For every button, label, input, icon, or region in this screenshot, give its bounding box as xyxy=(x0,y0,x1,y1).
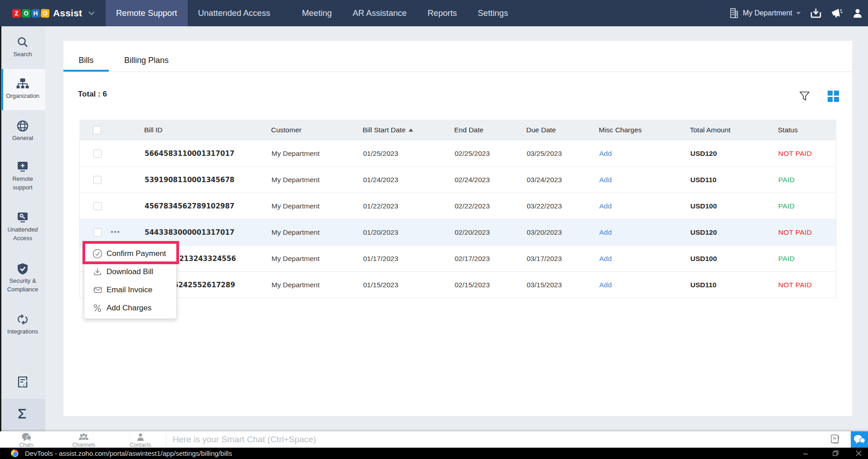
status-badge: NOT PAID xyxy=(778,219,812,245)
nav-item-unattended-access[interactable]: Unattended Access xyxy=(188,0,281,26)
zoho-assist-brand[interactable]: ZOHO Assist xyxy=(12,0,95,26)
bill-row[interactable]: •••5443383000001317017My Department01/20… xyxy=(79,219,836,246)
filter-icon[interactable] xyxy=(799,90,810,104)
bill-id: 5391908110001345678 xyxy=(145,167,234,193)
top-navbar: ZOHO Assist Remote SupportUnattended Acc… xyxy=(0,0,868,26)
add-misc-charges-link[interactable]: Add xyxy=(599,140,612,166)
add-misc-charges-link[interactable]: Add xyxy=(599,272,612,298)
sidebar-item-sigma[interactable] xyxy=(0,408,45,422)
chevron-down-icon[interactable] xyxy=(88,11,95,15)
customer: My Department xyxy=(272,219,320,245)
shield-check-icon xyxy=(4,263,41,275)
monitor-key-icon xyxy=(4,212,41,224)
row-checkbox[interactable] xyxy=(93,140,102,166)
chrome-icon xyxy=(11,449,19,457)
add-misc-charges-link[interactable]: Add xyxy=(599,246,612,271)
chat-bar-chats[interactable]: Chats xyxy=(8,432,44,448)
customer: My Department xyxy=(272,167,320,193)
tab-bills[interactable]: Bills xyxy=(63,41,109,72)
due-date: 03/22/2023 xyxy=(527,193,562,219)
sidebar-item-label: Search xyxy=(13,51,32,58)
column-header[interactable]: End Date xyxy=(454,120,484,140)
bill-row[interactable]: 4567834562789102987My Department01/22/20… xyxy=(79,193,836,219)
bill-row[interactable]: 2213243324556My Department01/17/202302/1… xyxy=(79,246,836,272)
sidebar-item-search[interactable]: Search xyxy=(0,36,45,59)
chevron-down-icon[interactable] xyxy=(796,12,801,15)
sidebar-item-remote-support[interactable]: Remote support xyxy=(0,161,45,192)
download-icon xyxy=(92,267,102,277)
restore-icon[interactable] xyxy=(832,450,839,457)
sidebar-item-label: Remote support xyxy=(12,175,33,191)
stacked-notes-icon[interactable] xyxy=(829,434,841,447)
sidebar-item-unattended-access[interactable]: Unattended Access xyxy=(0,212,45,242)
bill-row[interactable]: 5391908110001345678My Department01/24/20… xyxy=(79,167,836,193)
sidebar-item-organization[interactable]: Organization xyxy=(0,69,45,110)
close-icon[interactable] xyxy=(855,450,862,457)
column-header[interactable]: Customer xyxy=(271,120,301,140)
building-icon xyxy=(729,8,739,19)
zoho-logo-tile: Z xyxy=(12,9,21,18)
due-date: 03/20/2023 xyxy=(527,219,562,245)
nav-item-ar-assistance[interactable]: AR Assistance xyxy=(342,0,417,26)
bill-row[interactable]: 5242552617289My Department01/15/202302/1… xyxy=(79,272,836,298)
row-checkbox[interactable] xyxy=(93,167,102,193)
bill-id: 4567834562789102987 xyxy=(145,193,234,219)
column-header[interactable]: Bill ID xyxy=(144,120,162,140)
megaphone-icon[interactable] xyxy=(831,7,843,19)
zoho-logo-tile: H xyxy=(31,9,40,18)
chat-bar-contacts[interactable]: Contacts xyxy=(122,432,159,448)
sidebar-item-label: Security & Compliance xyxy=(7,277,39,293)
nav-item-remote-support[interactable]: Remote Support xyxy=(106,0,188,26)
bill-start-date: 01/24/2023 xyxy=(363,167,398,193)
add-misc-charges-link[interactable]: Add xyxy=(599,193,612,219)
column-header[interactable]: Bill Start Date xyxy=(363,120,413,140)
column-header[interactable]: Misc Charges xyxy=(599,120,642,140)
end-date: 02/15/2023 xyxy=(455,272,490,298)
bill-row[interactable]: 5664583110001317017My Department01/25/20… xyxy=(79,140,836,167)
department-selector[interactable]: My Department xyxy=(743,9,792,17)
bill-id: 5242552617289 xyxy=(174,272,235,298)
total-amount: USD110 xyxy=(690,272,717,298)
column-header[interactable]: Due Date xyxy=(526,120,556,140)
total-count: Total : 6 xyxy=(78,90,107,99)
menu-item-email-invoice[interactable]: Email Invoice xyxy=(84,281,176,299)
main-nav: Remote SupportUnattended AccessMeetingAR… xyxy=(106,0,519,26)
sidebar-item-general[interactable]: General xyxy=(0,120,45,143)
status-badge: NOT PAID xyxy=(778,272,812,298)
column-header[interactable]: Status xyxy=(778,120,798,140)
status-badge: NOT PAID xyxy=(778,140,812,166)
grid-view-icon[interactable] xyxy=(828,91,839,104)
billing-tabs: Bills Billing Plans xyxy=(63,41,852,72)
bill-id: 2213243324556 xyxy=(175,246,236,271)
sidebar-item-label: Integrations xyxy=(7,328,38,335)
sidebar-item-integrations[interactable]: Integrations xyxy=(0,314,45,336)
menu-item-download-bill[interactable]: Download Bill xyxy=(84,263,176,281)
download-tray-icon[interactable] xyxy=(810,8,822,19)
total-amount: USD110 xyxy=(690,167,717,193)
chat-bar-channels[interactable]: Channels xyxy=(66,432,102,448)
status-badge: PAID xyxy=(778,246,795,271)
nav-item-settings[interactable]: Settings xyxy=(467,0,519,26)
sidebar-item-security-compliance[interactable]: Security & Compliance xyxy=(0,263,45,294)
sidebar-active-indicator xyxy=(1,69,3,110)
sidebar-item-form-pencil[interactable] xyxy=(0,376,45,390)
menu-item-add-charges[interactable]: Add Charges xyxy=(84,299,176,317)
end-date: 02/22/2023 xyxy=(455,193,490,219)
user-avatar-icon[interactable] xyxy=(852,8,863,19)
tab-billing-plans[interactable]: Billing Plans xyxy=(112,41,180,72)
nav-item-reports[interactable]: Reports xyxy=(417,0,467,26)
due-date: 03/25/2023 xyxy=(527,140,562,166)
row-checkbox[interactable] xyxy=(93,193,102,219)
minimize-icon[interactable] xyxy=(802,450,809,457)
row-actions-menu-icon[interactable]: ••• xyxy=(111,230,120,235)
total-amount: USD120 xyxy=(690,219,717,245)
bill-id: 5664583110001317017 xyxy=(145,140,234,166)
nav-item-meeting[interactable]: Meeting xyxy=(291,0,342,26)
zoho-cliq-chat-button[interactable] xyxy=(851,431,868,448)
select-all-checkbox[interactable] xyxy=(93,120,101,140)
bill-start-date: 01/15/2023 xyxy=(363,272,398,298)
column-header[interactable]: Total Amount xyxy=(690,120,731,140)
add-misc-charges-link[interactable]: Add xyxy=(599,167,612,193)
smart-chat-input[interactable]: Here is your Smart Chat (Ctrl+Space) xyxy=(173,431,316,448)
add-misc-charges-link[interactable]: Add xyxy=(599,219,612,245)
